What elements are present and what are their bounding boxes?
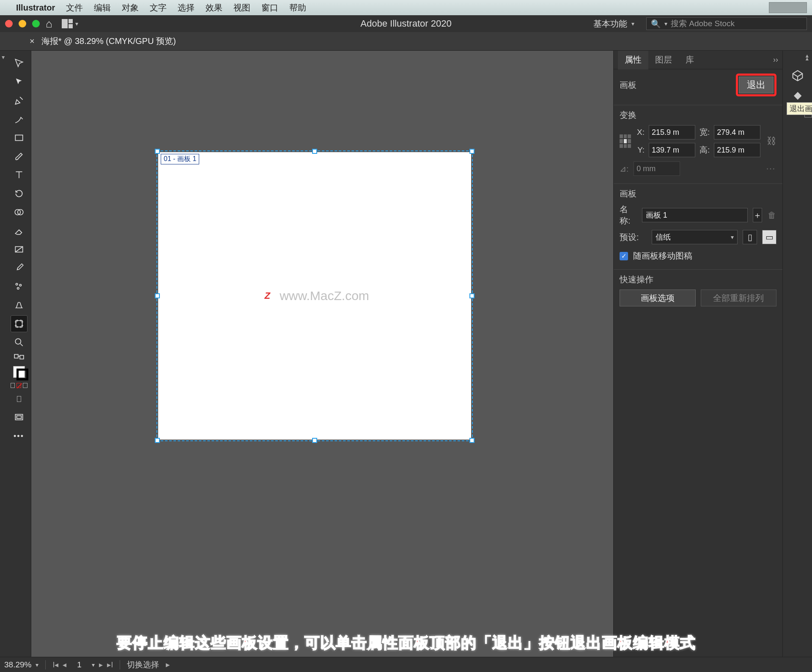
eraser-tool[interactable] xyxy=(11,222,27,239)
status-menu-arrow[interactable]: ▸ xyxy=(166,660,170,669)
edit-toolbar-button[interactable]: ••• xyxy=(11,428,27,445)
chevron-down-icon: ▾ xyxy=(631,20,634,27)
svg-rect-12 xyxy=(16,416,21,419)
tool-palette: ••• xyxy=(7,51,31,657)
artboard-tool[interactable] xyxy=(11,315,27,332)
resize-handle[interactable] xyxy=(312,438,317,443)
artboard-name-input[interactable] xyxy=(642,208,748,222)
perspective-grid-tool[interactable] xyxy=(11,297,27,314)
mac-menubar: Illustrator 文件 编辑 对象 文字 选择 效果 视图 窗口 帮助 xyxy=(0,0,812,15)
stock-search-input[interactable]: 🔍▾ 搜索 Adobe Stock xyxy=(646,17,807,30)
tab-layers[interactable]: 图层 xyxy=(648,51,679,69)
eyedropper-tool[interactable] xyxy=(11,260,27,276)
menu-object[interactable]: 对象 xyxy=(122,2,139,14)
curvature-tool[interactable] xyxy=(11,111,27,128)
next-artboard-button[interactable]: ▸ xyxy=(99,660,103,669)
panel-more-button[interactable]: ›› xyxy=(773,55,778,64)
selection-status[interactable]: 切换选择 xyxy=(127,659,159,670)
fill-stroke-swap[interactable] xyxy=(11,352,27,361)
menu-type[interactable]: 文字 xyxy=(150,2,167,14)
direct-selection-tool[interactable] xyxy=(11,74,27,90)
window-close-button[interactable] xyxy=(5,20,13,27)
fill-stroke-swatches[interactable] xyxy=(11,363,27,381)
reference-point-selector[interactable] xyxy=(620,134,631,148)
more-options-icon[interactable]: ⋯ xyxy=(765,163,776,175)
resize-handle[interactable] xyxy=(155,149,160,154)
screen-mode[interactable] xyxy=(11,409,27,426)
type-tool[interactable] xyxy=(11,167,27,183)
workspace-label: 基本功能 xyxy=(593,18,627,30)
document-tab[interactable]: 海报* @ 38.29% (CMYK/GPU 预览) xyxy=(41,36,176,47)
menu-help[interactable]: 帮助 xyxy=(289,2,306,14)
chevron-down-icon[interactable]: ▾ xyxy=(92,661,95,668)
resize-handle[interactable] xyxy=(155,438,160,443)
gradient-tool[interactable] xyxy=(11,241,27,258)
menu-select[interactable]: 选择 xyxy=(178,2,195,14)
width-input[interactable] xyxy=(714,125,760,139)
panel-collapse-left[interactable]: ▸ xyxy=(0,51,7,657)
libraries-dock-icon[interactable] xyxy=(790,68,805,81)
exit-artboard-edit-button[interactable]: 退出 xyxy=(739,76,774,93)
delete-artboard-button[interactable]: 🗑 xyxy=(767,208,776,222)
x-input[interactable] xyxy=(649,125,695,139)
resize-handle[interactable] xyxy=(469,293,475,298)
selection-tool[interactable] xyxy=(11,55,27,72)
y-input[interactable] xyxy=(649,143,695,157)
last-artboard-button[interactable]: ▸I xyxy=(107,660,113,669)
paintbrush-tool[interactable] xyxy=(11,148,27,165)
orientation-landscape-button[interactable]: ▭ xyxy=(762,230,776,244)
rotate-tool[interactable] xyxy=(11,185,27,202)
artboard-number[interactable]: 1 xyxy=(71,660,88,669)
preset-select[interactable]: 信纸 ▾ xyxy=(652,230,738,244)
move-artwork-checkbox[interactable]: ✓ xyxy=(620,252,628,260)
menu-view[interactable]: 视图 xyxy=(233,2,250,14)
color-mode-toggles[interactable] xyxy=(11,383,27,389)
rearrange-all-button: 全部重新排列 xyxy=(701,290,777,306)
first-artboard-button[interactable]: I◂ xyxy=(52,660,58,669)
stock-search-placeholder: 搜索 Adobe Stock xyxy=(671,18,735,29)
exit-button-highlight: 退出 xyxy=(736,74,776,96)
constrain-proportions-button[interactable]: ⛓ xyxy=(766,135,776,147)
resize-handle[interactable] xyxy=(312,149,317,154)
search-icon: 🔍 xyxy=(651,19,661,29)
home-button[interactable]: ⌂ xyxy=(46,17,52,30)
resize-handle[interactable] xyxy=(155,293,160,298)
transform-section: 变换 X: 宽: Y: 高: ⛓ xyxy=(614,105,782,184)
section-title: 快速操作 xyxy=(620,274,653,285)
chevron-down-icon: ▾ xyxy=(664,20,667,27)
rectangle-tool[interactable] xyxy=(11,129,27,146)
app-header: ⌂ ▾ Adobe Illustrator 2020 基本功能 ▾ 🔍▾ 搜索 … xyxy=(0,15,812,32)
resize-handle[interactable] xyxy=(469,438,475,443)
workspace-switcher[interactable]: 基本功能 ▾ xyxy=(589,16,639,31)
tab-libraries[interactable]: 库 xyxy=(679,51,701,69)
symbol-sprayer-tool[interactable] xyxy=(11,278,27,295)
resize-handle[interactable] xyxy=(469,149,475,154)
draw-mode-normal[interactable] xyxy=(11,391,27,407)
artboard-options-button[interactable]: 画板选项 xyxy=(620,290,696,306)
pen-tool[interactable] xyxy=(11,92,27,109)
zoom-tool[interactable] xyxy=(11,334,27,351)
shape-builder-tool[interactable] xyxy=(11,204,27,221)
arrange-documents-button[interactable]: ▾ xyxy=(58,18,82,29)
menu-edit[interactable]: 编辑 xyxy=(94,2,111,14)
window-maximize-button[interactable] xyxy=(32,20,40,27)
window-minimize-button[interactable] xyxy=(19,20,26,27)
right-dock: ▸▸ ◆ xyxy=(782,51,812,657)
new-artboard-button[interactable]: ＋ xyxy=(753,208,762,222)
close-tab-button[interactable]: × xyxy=(30,36,35,46)
height-input[interactable] xyxy=(714,143,760,157)
chevron-down-icon[interactable]: ▾ xyxy=(36,661,38,668)
canvas[interactable]: 01 - 画板 1 Z www.MacZ.com xyxy=(31,51,613,657)
tab-properties[interactable]: 属性 xyxy=(618,51,648,69)
orientation-portrait-button[interactable]: ▯ xyxy=(743,230,757,244)
menu-file[interactable]: 文件 xyxy=(66,2,83,14)
menu-window[interactable]: 窗口 xyxy=(261,2,278,14)
arrange-documents-icon xyxy=(62,19,73,28)
menu-effect[interactable]: 效果 xyxy=(206,2,222,14)
dock-expand-button[interactable]: ▸▸ xyxy=(803,55,810,60)
stroke-swatch[interactable] xyxy=(16,369,28,380)
prev-artboard-button[interactable]: ◂ xyxy=(63,660,66,669)
app-name[interactable]: Illustrator xyxy=(16,3,55,13)
layers-dock-icon[interactable]: ◆ xyxy=(790,89,805,101)
zoom-level[interactable]: 38.29% xyxy=(4,660,31,669)
